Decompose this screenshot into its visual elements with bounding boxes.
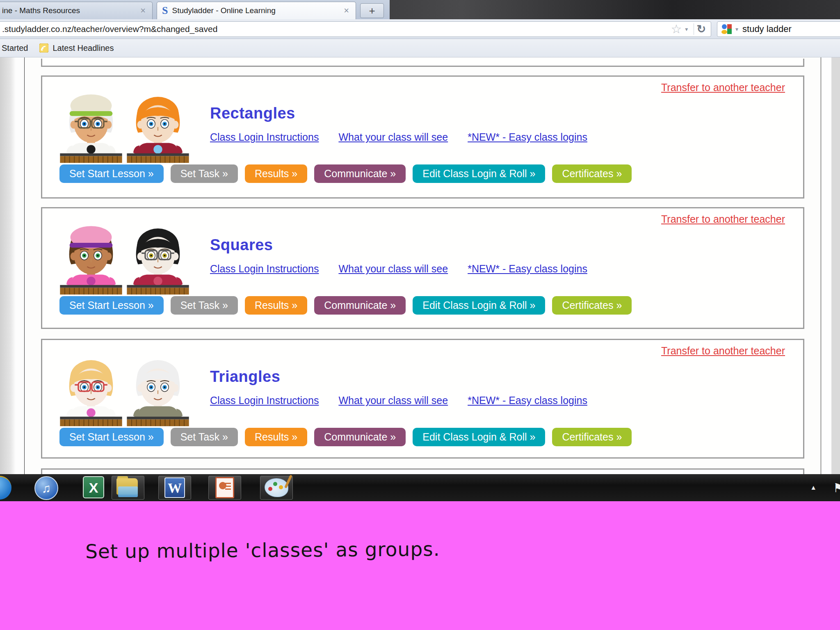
bookmark-star-icon[interactable]: ☆: [671, 23, 682, 35]
what-class-will-see-link[interactable]: What your class will see: [338, 395, 448, 406]
internet-explorer-icon[interactable]: [0, 476, 11, 500]
itunes-icon[interactable]: ♫: [34, 476, 57, 499]
new-tab-button[interactable]: +: [360, 3, 384, 18]
tab-studyladder[interactable]: S Studyladder - Online Learning ×: [157, 2, 356, 19]
partial-card-above: [41, 59, 804, 67]
search-engine-dropdown-icon[interactable]: ▾: [733, 26, 742, 32]
google-icon: [721, 23, 733, 35]
set-task-button[interactable]: Set Task »: [171, 164, 238, 183]
powerpoint-icon[interactable]: [208, 476, 241, 500]
bookmark-dropdown-icon[interactable]: ▾: [682, 26, 691, 32]
set-start-lesson-button[interactable]: Set Start Lesson »: [59, 296, 164, 315]
edit-class-login-roll-button[interactable]: Edit Class Login & Roll »: [413, 428, 545, 446]
action-center-flag-icon[interactable]: ⚑: [833, 481, 840, 495]
class-login-instructions-link[interactable]: Class Login Instructions: [210, 395, 319, 406]
student-avatar: [59, 85, 123, 164]
student-avatar: [59, 348, 123, 428]
class-title: Triangles: [210, 368, 587, 386]
caption-text: Set up multiple 'classes' as groups.: [85, 538, 440, 563]
browser-navbar: .studyladder.co.nz/teacher/overview?m&ch…: [0, 19, 840, 39]
tab-maths-resources[interactable]: ine - Maths Resources ×: [0, 2, 153, 19]
bookmark-latest-headlines[interactable]: Latest Headlines: [39, 43, 114, 53]
windows-explorer-icon[interactable]: [112, 476, 144, 500]
student-avatar: [126, 348, 190, 428]
class-title: Squares: [210, 236, 587, 254]
transfer-teacher-link[interactable]: Transfer to another teacher: [661, 213, 785, 225]
results-button[interactable]: Results »: [245, 164, 307, 183]
edit-class-login-roll-button[interactable]: Edit Class Login & Roll »: [413, 164, 545, 183]
student-avatar: [59, 217, 123, 296]
communicate-button[interactable]: Communicate »: [314, 428, 406, 446]
screen: ine - Maths Resources × S Studyladder - …: [0, 0, 840, 630]
what-class-will-see-link[interactable]: What your class will see: [338, 263, 448, 275]
class-avatars: [59, 85, 190, 164]
edit-class-login-roll-button[interactable]: Edit Class Login & Roll »: [413, 296, 545, 315]
results-button[interactable]: Results »: [245, 428, 307, 446]
class-avatars: [59, 217, 190, 296]
bookmark-getting-started[interactable]: Started: [2, 43, 28, 53]
url-bar[interactable]: .studyladder.co.nz/teacher/overview?m&ch…: [0, 21, 711, 37]
easy-class-logins-link[interactable]: *NEW* - Easy class logins: [468, 263, 587, 275]
what-class-will-see-link[interactable]: What your class will see: [338, 131, 448, 143]
page-content: Transfer to another teacher Rectangles C…: [25, 57, 821, 474]
class-title: Rectangles: [210, 105, 587, 122]
search-input[interactable]: study ladder: [742, 24, 792, 34]
set-start-lesson-button[interactable]: Set Start Lesson »: [59, 164, 164, 183]
search-box[interactable]: ▾ study ladder: [717, 21, 840, 37]
page-right-margin: [821, 57, 840, 474]
class-avatars: [59, 348, 190, 428]
class-card-triangles: Transfer to another teacher Triangles Cl…: [41, 339, 804, 459]
tab-close-icon[interactable]: ×: [139, 6, 147, 15]
reload-icon[interactable]: ↻: [696, 23, 707, 36]
bookmark-label: Started: [2, 43, 28, 53]
set-task-button[interactable]: Set Task »: [171, 296, 238, 315]
transfer-teacher-link[interactable]: Transfer to another teacher: [661, 82, 785, 94]
studyladder-favicon-icon: S: [162, 5, 168, 17]
class-login-instructions-link[interactable]: Class Login Instructions: [210, 263, 319, 275]
results-button[interactable]: Results »: [245, 296, 307, 315]
tab-close-icon[interactable]: ×: [342, 6, 351, 15]
communicate-button[interactable]: Communicate »: [314, 164, 406, 183]
browser-tab-strip: ine - Maths Resources × S Studyladder - …: [0, 0, 840, 19]
student-avatar: [126, 85, 190, 164]
caption-strip: Set up multiple 'classes' as groups.: [0, 501, 840, 630]
bookmark-label: Latest Headlines: [52, 43, 114, 53]
partial-card-below: [41, 468, 804, 474]
easy-class-logins-link[interactable]: *NEW* - Easy class logins: [468, 395, 587, 406]
certificates-button[interactable]: Certificates »: [552, 428, 632, 446]
bookmarks-bar: Started Latest Headlines: [0, 39, 840, 57]
url-text[interactable]: .studyladder.co.nz/teacher/overview?m&ch…: [2, 24, 671, 34]
rss-icon: [39, 43, 48, 52]
tab-label: Studyladder - Online Learning: [172, 6, 342, 15]
word-icon[interactable]: W: [158, 476, 191, 500]
certificates-button[interactable]: Certificates »: [552, 296, 632, 315]
excel-icon[interactable]: X: [83, 476, 106, 499]
set-task-button[interactable]: Set Task »: [171, 428, 238, 446]
certificates-button[interactable]: Certificates »: [552, 164, 632, 183]
show-hidden-icons-icon[interactable]: ▲: [810, 484, 817, 491]
communicate-button[interactable]: Communicate »: [314, 296, 406, 315]
class-login-instructions-link[interactable]: Class Login Instructions: [210, 131, 319, 143]
class-card-rectangles: Transfer to another teacher Rectangles C…: [41, 75, 804, 199]
set-start-lesson-button[interactable]: Set Start Lesson »: [59, 428, 164, 446]
tab-label: ine - Maths Resources: [2, 6, 139, 15]
transfer-teacher-link[interactable]: Transfer to another teacher: [661, 345, 785, 357]
student-avatar: [126, 217, 190, 296]
windows-taskbar: ♫ X W ▲ ⚑: [0, 474, 840, 501]
divider: [694, 23, 694, 35]
easy-class-logins-link[interactable]: *NEW* - Easy class logins: [468, 131, 587, 143]
page-left-margin: [0, 57, 25, 474]
page-viewport: Transfer to another teacher Rectangles C…: [0, 57, 840, 474]
system-tray: ▲ ⚑: [810, 474, 840, 501]
class-card-squares: Transfer to another teacher Squares Clas…: [41, 207, 804, 329]
paint-icon[interactable]: [260, 476, 293, 500]
